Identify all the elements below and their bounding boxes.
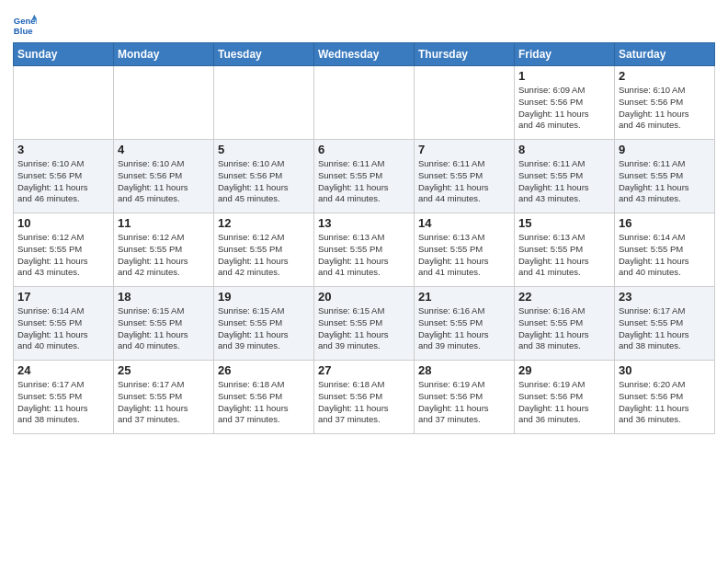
- weekday-header-row: SundayMondayTuesdayWednesdayThursdayFrid…: [14, 43, 715, 66]
- day-cell: 14Sunrise: 6:13 AM Sunset: 5:55 PM Dayli…: [415, 213, 515, 287]
- day-info: Sunrise: 6:15 AM Sunset: 5:55 PM Dayligh…: [118, 305, 210, 352]
- day-number: 12: [218, 216, 310, 230]
- day-number: 2: [619, 69, 711, 83]
- day-info: Sunrise: 6:10 AM Sunset: 5:56 PM Dayligh…: [17, 158, 109, 205]
- header: General Blue: [13, 9, 715, 37]
- day-cell: 3Sunrise: 6:10 AM Sunset: 5:56 PM Daylig…: [14, 140, 114, 213]
- day-info: Sunrise: 6:17 AM Sunset: 5:55 PM Dayligh…: [118, 379, 210, 426]
- week-row-3: 10Sunrise: 6:12 AM Sunset: 5:55 PM Dayli…: [14, 213, 715, 287]
- day-info: Sunrise: 6:15 AM Sunset: 5:55 PM Dayligh…: [318, 305, 410, 352]
- day-cell: 11Sunrise: 6:12 AM Sunset: 5:55 PM Dayli…: [114, 213, 214, 287]
- day-number: 23: [619, 290, 711, 304]
- day-number: 13: [318, 216, 410, 230]
- weekday-header-wednesday: Wednesday: [314, 43, 415, 66]
- day-cell: 24Sunrise: 6:17 AM Sunset: 5:55 PM Dayli…: [14, 361, 114, 434]
- day-cell: [114, 66, 214, 140]
- day-cell: 19Sunrise: 6:15 AM Sunset: 5:55 PM Dayli…: [214, 287, 314, 361]
- day-cell: 29Sunrise: 6:19 AM Sunset: 5:56 PM Dayli…: [515, 361, 615, 434]
- day-number: 25: [118, 363, 210, 377]
- day-info: Sunrise: 6:17 AM Sunset: 5:55 PM Dayligh…: [619, 305, 711, 352]
- day-cell: 8Sunrise: 6:11 AM Sunset: 5:55 PM Daylig…: [515, 140, 615, 213]
- day-number: 24: [17, 363, 109, 377]
- day-cell: 5Sunrise: 6:10 AM Sunset: 5:56 PM Daylig…: [214, 140, 314, 213]
- day-cell: 6Sunrise: 6:11 AM Sunset: 5:55 PM Daylig…: [314, 140, 415, 213]
- day-number: 20: [318, 290, 410, 304]
- day-cell: 21Sunrise: 6:16 AM Sunset: 5:55 PM Dayli…: [415, 287, 515, 361]
- day-info: Sunrise: 6:11 AM Sunset: 5:55 PM Dayligh…: [619, 158, 711, 205]
- day-number: 22: [518, 290, 610, 304]
- day-info: Sunrise: 6:11 AM Sunset: 5:55 PM Dayligh…: [318, 158, 410, 205]
- weekday-header-friday: Friday: [515, 43, 615, 66]
- day-info: Sunrise: 6:13 AM Sunset: 5:55 PM Dayligh…: [418, 232, 510, 279]
- day-info: Sunrise: 6:09 AM Sunset: 5:56 PM Dayligh…: [518, 85, 610, 132]
- day-cell: 7Sunrise: 6:11 AM Sunset: 5:55 PM Daylig…: [415, 140, 515, 213]
- day-number: 30: [619, 363, 711, 377]
- day-number: 8: [518, 143, 610, 156]
- day-cell: [415, 66, 515, 140]
- day-cell: [214, 66, 314, 140]
- day-number: 15: [518, 216, 610, 230]
- page: General Blue SundayMondayTuesdayWednesda…: [0, 0, 728, 443]
- day-number: 28: [418, 363, 510, 377]
- day-info: Sunrise: 6:10 AM Sunset: 5:56 PM Dayligh…: [118, 158, 210, 205]
- day-info: Sunrise: 6:13 AM Sunset: 5:55 PM Dayligh…: [518, 232, 610, 279]
- svg-text:Blue: Blue: [14, 26, 33, 36]
- day-number: 19: [218, 290, 310, 304]
- day-number: 10: [17, 216, 109, 230]
- day-number: 3: [17, 143, 109, 156]
- day-info: Sunrise: 6:14 AM Sunset: 5:55 PM Dayligh…: [17, 305, 109, 352]
- day-info: Sunrise: 6:19 AM Sunset: 5:56 PM Dayligh…: [418, 379, 510, 426]
- day-info: Sunrise: 6:17 AM Sunset: 5:55 PM Dayligh…: [17, 379, 109, 426]
- day-number: 27: [318, 363, 410, 377]
- day-cell: 15Sunrise: 6:13 AM Sunset: 5:55 PM Dayli…: [515, 213, 615, 287]
- day-cell: 26Sunrise: 6:18 AM Sunset: 5:56 PM Dayli…: [214, 361, 314, 434]
- day-info: Sunrise: 6:10 AM Sunset: 5:56 PM Dayligh…: [619, 85, 711, 132]
- day-info: Sunrise: 6:16 AM Sunset: 5:55 PM Dayligh…: [518, 305, 610, 352]
- day-number: 6: [318, 143, 410, 156]
- day-number: 1: [518, 69, 610, 83]
- day-number: 17: [17, 290, 109, 304]
- day-cell: 10Sunrise: 6:12 AM Sunset: 5:55 PM Dayli…: [14, 213, 114, 287]
- day-number: 26: [218, 363, 310, 377]
- day-info: Sunrise: 6:19 AM Sunset: 5:56 PM Dayligh…: [518, 379, 610, 426]
- day-cell: 13Sunrise: 6:13 AM Sunset: 5:55 PM Dayli…: [314, 213, 415, 287]
- day-number: 4: [118, 143, 210, 156]
- day-cell: 16Sunrise: 6:14 AM Sunset: 5:55 PM Dayli…: [615, 213, 715, 287]
- day-cell: 9Sunrise: 6:11 AM Sunset: 5:55 PM Daylig…: [615, 140, 715, 213]
- week-row-2: 3Sunrise: 6:10 AM Sunset: 5:56 PM Daylig…: [14, 140, 715, 213]
- weekday-header-saturday: Saturday: [615, 43, 715, 66]
- week-row-5: 24Sunrise: 6:17 AM Sunset: 5:55 PM Dayli…: [14, 361, 715, 434]
- weekday-header-thursday: Thursday: [415, 43, 515, 66]
- day-info: Sunrise: 6:10 AM Sunset: 5:56 PM Dayligh…: [218, 158, 310, 205]
- day-info: Sunrise: 6:12 AM Sunset: 5:55 PM Dayligh…: [218, 232, 310, 279]
- day-info: Sunrise: 6:11 AM Sunset: 5:55 PM Dayligh…: [518, 158, 610, 205]
- day-cell: [314, 66, 415, 140]
- day-cell: 20Sunrise: 6:15 AM Sunset: 5:55 PM Dayli…: [314, 287, 415, 361]
- day-info: Sunrise: 6:18 AM Sunset: 5:56 PM Dayligh…: [318, 379, 410, 426]
- day-cell: [14, 66, 114, 140]
- day-cell: 12Sunrise: 6:12 AM Sunset: 5:55 PM Dayli…: [214, 213, 314, 287]
- day-number: 11: [118, 216, 210, 230]
- day-number: 29: [518, 363, 610, 377]
- weekday-header-monday: Monday: [114, 43, 214, 66]
- day-info: Sunrise: 6:11 AM Sunset: 5:55 PM Dayligh…: [418, 158, 510, 205]
- day-info: Sunrise: 6:12 AM Sunset: 5:55 PM Dayligh…: [118, 232, 210, 279]
- logo-icon: General Blue: [13, 13, 37, 37]
- day-cell: 17Sunrise: 6:14 AM Sunset: 5:55 PM Dayli…: [14, 287, 114, 361]
- day-number: 9: [619, 143, 711, 156]
- day-cell: 22Sunrise: 6:16 AM Sunset: 5:55 PM Dayli…: [515, 287, 615, 361]
- day-cell: 27Sunrise: 6:18 AM Sunset: 5:56 PM Dayli…: [314, 361, 415, 434]
- day-info: Sunrise: 6:20 AM Sunset: 5:56 PM Dayligh…: [619, 379, 711, 426]
- weekday-header-tuesday: Tuesday: [214, 43, 314, 66]
- day-cell: 2Sunrise: 6:10 AM Sunset: 5:56 PM Daylig…: [615, 66, 715, 140]
- logo: General Blue: [13, 13, 29, 37]
- weekday-header-sunday: Sunday: [14, 43, 114, 66]
- day-cell: 23Sunrise: 6:17 AM Sunset: 5:55 PM Dayli…: [615, 287, 715, 361]
- week-row-1: 1Sunrise: 6:09 AM Sunset: 5:56 PM Daylig…: [14, 66, 715, 140]
- day-cell: 18Sunrise: 6:15 AM Sunset: 5:55 PM Dayli…: [114, 287, 214, 361]
- day-number: 14: [418, 216, 510, 230]
- day-number: 18: [118, 290, 210, 304]
- day-number: 21: [418, 290, 510, 304]
- day-number: 7: [418, 143, 510, 156]
- day-info: Sunrise: 6:13 AM Sunset: 5:55 PM Dayligh…: [318, 232, 410, 279]
